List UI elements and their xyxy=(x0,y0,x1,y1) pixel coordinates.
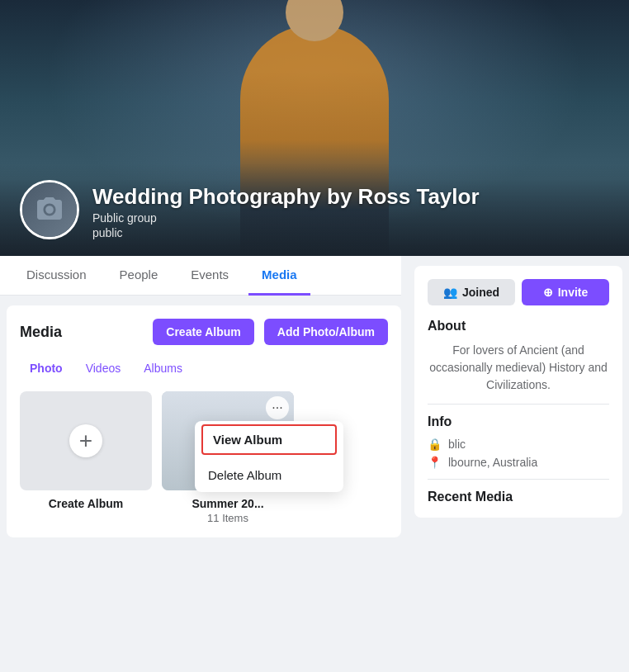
create-album-button[interactable]: Create Album xyxy=(153,319,254,345)
hero-overlay: Wedding Photography by Ross Taylor Publi… xyxy=(0,163,629,256)
camera-icon xyxy=(35,195,64,225)
subtab-videos[interactable]: Videos xyxy=(76,358,131,378)
about-title: About xyxy=(428,319,609,334)
hero-info: Wedding Photography by Ross Taylor Publi… xyxy=(92,184,480,239)
about-text: For lovers of Ancient (and occasionally … xyxy=(428,342,609,394)
group-avatar xyxy=(20,180,79,239)
invite-button[interactable]: ⊕ Invite xyxy=(522,279,609,305)
left-panel: Discussion People Events Media Media Cre… xyxy=(0,256,401,537)
tab-events[interactable]: Events xyxy=(177,256,242,296)
summer-album-count: 11 Items xyxy=(162,512,294,524)
people-icon: 👥 xyxy=(443,286,457,299)
album-grid: + Create Album xyxy=(20,391,388,524)
group-title: Wedding Photography by Ross Taylor xyxy=(92,184,480,210)
create-album-thumb[interactable]: + xyxy=(20,391,152,490)
tab-discussion[interactable]: Discussion xyxy=(13,256,100,296)
plus-invite-icon: ⊕ xyxy=(543,286,553,299)
subtab-photo[interactable]: Photo xyxy=(20,358,73,378)
divider-1 xyxy=(428,404,609,405)
album-dropdown-menu: View Album Delete Album xyxy=(195,421,343,492)
joined-label: Joined xyxy=(462,286,499,299)
info-privacy-item: 🔒 blic xyxy=(428,438,609,451)
hero-banner: Wedding Photography by Ross Taylor Publi… xyxy=(0,0,629,256)
invite-label: Invite xyxy=(558,286,589,299)
tab-people[interactable]: People xyxy=(106,256,172,296)
avatar-inner xyxy=(22,182,77,237)
info-location-text: lbourne, Australia xyxy=(448,456,537,469)
create-album-label: Create Album xyxy=(20,497,152,510)
view-album-item[interactable]: View Album xyxy=(201,424,337,455)
right-actions-card: 👥 Joined ⊕ Invite About For lovers of An… xyxy=(414,266,622,518)
summer-album-label: Summer 20... xyxy=(162,497,294,510)
plus-icon: + xyxy=(69,424,102,457)
subtab-albums[interactable]: Albums xyxy=(134,358,192,378)
media-subtabs: Photo Videos Albums xyxy=(20,358,388,378)
main-container: Discussion People Events Media Media Cre… xyxy=(0,256,629,537)
action-buttons: 👥 Joined ⊕ Invite xyxy=(428,279,609,305)
right-panel: 👥 Joined ⊕ Invite About For lovers of An… xyxy=(414,256,629,537)
location-icon: 📍 xyxy=(428,456,442,469)
group-privacy: public xyxy=(92,226,480,239)
media-section-title: Media xyxy=(20,324,143,341)
tab-media[interactable]: Media xyxy=(248,256,310,296)
add-photo-button[interactable]: Add Photo/Album xyxy=(264,319,388,345)
privacy-icon: 🔒 xyxy=(428,438,442,451)
divider-2 xyxy=(428,479,609,480)
media-section: Media Create Album Add Photo/Album Photo… xyxy=(7,305,401,537)
info-location-item: 📍 lbourne, Australia xyxy=(428,456,609,469)
delete-album-item[interactable]: Delete Album xyxy=(195,458,343,492)
create-album-card: + Create Album xyxy=(20,391,152,524)
tabs-bar: Discussion People Events Media xyxy=(0,256,401,296)
summer-album-wrapper: ··· Summer 20... 11 Items View Album Del… xyxy=(162,391,294,524)
recent-media-title: Recent Media xyxy=(428,490,609,504)
info-title: Info xyxy=(428,414,609,429)
album-more-button[interactable]: ··· xyxy=(266,396,289,419)
joined-button[interactable]: 👥 Joined xyxy=(428,279,515,305)
info-privacy-text: blic xyxy=(448,438,466,451)
media-header: Media Create Album Add Photo/Album xyxy=(20,319,388,345)
group-type: Public group xyxy=(92,211,480,225)
